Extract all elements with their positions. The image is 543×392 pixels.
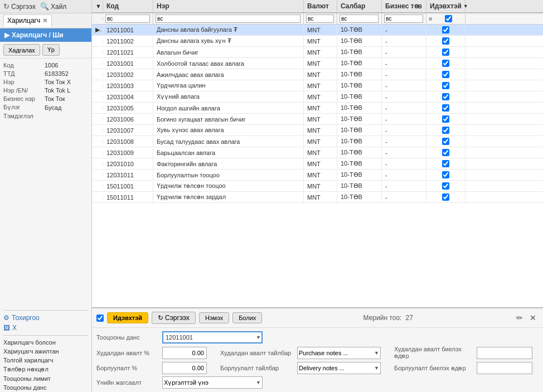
close-icon-button[interactable]: ✕: [527, 312, 539, 323]
table-row[interactable]: 15011001 Үрдчилж төлсөн тооцоо MNT 10-ТӨ…: [92, 181, 543, 192]
table-row[interactable]: 12031001 Холбоотой талаас авах авлага MN…: [92, 58, 543, 69]
config-tohirgoo-label: Тохиргоо: [12, 314, 40, 322]
table-row[interactable]: 12011021 Авлагын бичиг MNT 10-ТӨВ -: [92, 47, 543, 58]
fc-code[interactable]: [103, 13, 153, 24]
th-code[interactable]: Код: [103, 0, 153, 12]
purchase-pct-input[interactable]: [162, 347, 207, 359]
td-active-3: [426, 58, 466, 69]
config-tohirgoo[interactable]: ⚙ Тохиргоо: [0, 313, 91, 323]
bottom-refresh-button[interactable]: ↻ Сэргээх: [152, 312, 196, 324]
filter-code-input[interactable]: [105, 14, 150, 23]
table-row[interactable]: 12031011 Борлуулалтын тооцоо MNT 10-ТӨВ …: [92, 170, 543, 181]
fc-currency[interactable]: [304, 13, 337, 24]
td-currency-13: MNT: [304, 170, 337, 180]
active-check-1[interactable]: [442, 37, 449, 45]
td-active-12: [426, 158, 466, 169]
filter-currency-input[interactable]: [306, 14, 334, 23]
add-button[interactable]: Нэмэх: [199, 312, 229, 323]
unit-price-select[interactable]: Хүргэлттэй үнэ: [162, 376, 263, 389]
link-hariutsagch[interactable]: Хариуцагч ажилтан: [0, 347, 91, 356]
table-row[interactable]: 12031010 Факторингийн авлага MNT 10-ТӨВ …: [92, 158, 543, 170]
link-tootsoo-dans[interactable]: Тооцооны данс: [0, 383, 91, 392]
account-row: Тооцооны данс ▼: [96, 331, 539, 343]
divider: [3, 310, 88, 311]
active-check-13[interactable]: [442, 171, 449, 178]
edit-icon-button[interactable]: ✏: [514, 312, 525, 323]
delivery-notes-select[interactable]: Delivery notes ...: [297, 362, 381, 374]
fc-name[interactable]: [153, 13, 304, 24]
active-check-12[interactable]: [442, 160, 449, 167]
active-check-14[interactable]: [442, 182, 449, 190]
save-button[interactable]: Хадгалах: [3, 44, 40, 56]
active-check-15[interactable]: [442, 193, 449, 201]
divider2: [3, 335, 88, 336]
active-check-10[interactable]: [442, 138, 449, 145]
table-row[interactable]: 12031004 Хүүний авлага MNT 10-ТӨВ -: [92, 91, 543, 103]
refresh-button[interactable]: ↻ Сэргээх: [3, 2, 36, 11]
cancel-button[interactable]: Болих: [232, 312, 262, 323]
table-row[interactable]: 12031003 Үрдчилгаа цалин MNT 10-ТӨВ -: [92, 80, 543, 91]
active-check-11[interactable]: [442, 149, 449, 156]
th-balance[interactable]: Салбар: [337, 0, 382, 12]
th-currency[interactable]: Валют: [304, 0, 337, 12]
active-check-9[interactable]: [442, 127, 449, 134]
active-check-8[interactable]: [442, 115, 449, 123]
fc-active[interactable]: =: [426, 14, 466, 23]
active-check-5[interactable]: [442, 82, 449, 89]
table-row[interactable]: 15011011 Үрдчилж төлсөн зардал MNT 10-ТӨ…: [92, 192, 543, 203]
active-check-7[interactable]: [442, 104, 449, 112]
th-active[interactable]: Идэвхтэй ▼: [426, 0, 466, 12]
purchase-date-input[interactable]: [477, 347, 532, 359]
link-tolbor[interactable]: Төлбөр нөхцөл: [0, 365, 91, 374]
filter-balance-input[interactable]: [340, 14, 379, 23]
link-hariltsakch-bolson[interactable]: Харилцагч болсон: [0, 338, 91, 347]
purchase-notes-select-wrapper[interactable]: Purchase notes ... ▼: [297, 347, 381, 359]
purchase-notes-select[interactable]: Purchase notes ...: [297, 347, 381, 359]
active-check-4[interactable]: [442, 71, 449, 78]
table-row[interactable]: 12011002 Дансны авлага хувь хүн ₮ MNT 10…: [92, 36, 543, 47]
config-x[interactable]: 🖼 Х: [0, 323, 91, 333]
active-check-6[interactable]: [442, 93, 449, 100]
td-balance-4: 10-ТӨВ: [337, 69, 382, 80]
link-tootsoo-limit[interactable]: Тооцооны лимит: [0, 374, 91, 383]
field-ner-en: Нэр /EN/ Tok Tok L: [3, 87, 88, 94]
fc-balance[interactable]: [337, 13, 382, 24]
sale-date-input[interactable]: [477, 362, 532, 374]
td-name-10: Бусад талуудаас авах авлага: [153, 137, 304, 147]
link-tolgoi[interactable]: Толгой харилцагч: [0, 356, 91, 365]
fc-biztype[interactable]: [382, 13, 426, 24]
y-button[interactable]: Үр: [42, 44, 60, 56]
td-expand-15: [92, 196, 103, 199]
search-button[interactable]: 🔍 Хайл: [40, 2, 66, 11]
active-button[interactable]: Идэвхтэй: [107, 312, 148, 323]
sale-pct-input[interactable]: [162, 362, 207, 374]
table-row[interactable]: 12031002 Ажилчдаас авах авлага MNT 10-ТӨ…: [92, 69, 543, 80]
td-code-9: 12031007: [103, 125, 153, 135]
th-biztype[interactable]: Бизнес төв: [382, 0, 426, 12]
filter-biztype-input[interactable]: [384, 14, 423, 23]
table-row[interactable]: 12031005 Ногдол ашгийн авлага MNT 10-ТӨВ…: [92, 103, 543, 114]
table-row[interactable]: ▶ 12011001 Дансны авлага байгуулага ₮ MN…: [92, 25, 543, 36]
td-active-1: [426, 36, 466, 46]
th-name[interactable]: Нэр: [153, 0, 304, 12]
filter-active-checkbox[interactable]: [434, 15, 463, 22]
table-row[interactable]: 12031009 Барьцаалсан авлага MNT 10-ТӨВ -: [92, 147, 543, 158]
tab-close-icon[interactable]: ✕: [42, 17, 48, 25]
td-code-13: 12031011: [103, 170, 153, 180]
active-checkbox[interactable]: [96, 314, 104, 322]
table-row[interactable]: 12031007 Хувь хүнэс авах авлага MNT 10-Т…: [92, 125, 543, 136]
td-biztype-12: -: [382, 159, 426, 169]
filter-name-input[interactable]: [156, 14, 300, 23]
td-biztype-10: -: [382, 137, 426, 147]
active-check-3[interactable]: [442, 60, 449, 67]
td-biztype-9: -: [382, 125, 426, 135]
table-row[interactable]: 12031006 Богино хугацаат авлагын бичиг M…: [92, 114, 543, 125]
active-check-2[interactable]: [442, 49, 449, 56]
delivery-notes-select-wrapper[interactable]: Delivery notes ... ▼: [297, 362, 381, 374]
account-input[interactable]: [162, 331, 263, 343]
tab-hariltsakch[interactable]: Харилцагч ✕: [3, 14, 52, 27]
table-row[interactable]: 12031008 Бусад талуудаас авах авлага MNT…: [92, 136, 543, 147]
active-check-0[interactable]: [442, 26, 449, 33]
td-balance-13: 10-ТӨВ: [337, 170, 382, 180]
unit-price-select-wrapper[interactable]: Хүргэлттэй үнэ ▼: [162, 376, 263, 389]
